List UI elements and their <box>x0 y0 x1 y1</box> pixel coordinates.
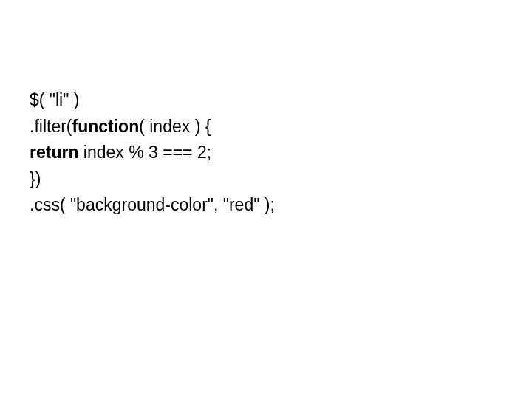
code-line-5: .css( "background-color", "red" ); <box>30 192 532 218</box>
code-text: $( "li" ) <box>30 90 79 109</box>
code-text: .filter( <box>30 117 72 136</box>
code-keyword: return <box>30 143 78 162</box>
code-text: }) <box>30 169 41 188</box>
code-text: .css( "background-color", "red" ); <box>30 195 275 214</box>
code-block: $( "li" ) .filter(function( index ) { re… <box>30 87 532 218</box>
code-line-1: $( "li" ) <box>30 87 532 113</box>
code-line-2: .filter(function( index ) { <box>30 114 532 140</box>
code-text: ( index ) { <box>139 117 211 136</box>
code-keyword: function <box>72 117 140 136</box>
code-line-3: return index % 3 === 2; <box>30 140 532 166</box>
code-line-4: }) <box>30 166 532 192</box>
code-text: index % 3 === 2; <box>78 143 211 162</box>
